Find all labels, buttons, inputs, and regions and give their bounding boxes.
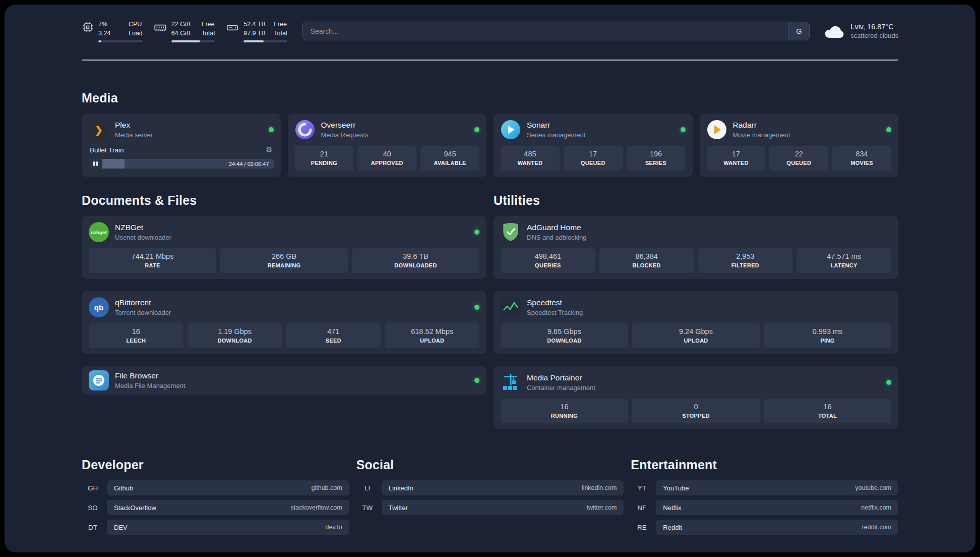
app-name: Overseerr xyxy=(321,121,369,130)
radarr-icon xyxy=(707,120,727,140)
bookmark-name: LinkedIn xyxy=(389,484,413,492)
overseerr-card[interactable]: Overseerr Media Requests 21 PENDING 40 A… xyxy=(288,114,487,177)
speedtest-card[interactable]: Speedtest Speedtest Tracking 9.65 Gbps D… xyxy=(494,291,898,354)
bookmark-name: StackOverflow xyxy=(114,504,156,512)
section-title-developer: Developer xyxy=(82,458,349,472)
radarr-card[interactable]: Radarr Movie management 17 WANTED 22 QUE… xyxy=(700,114,899,177)
portainer-card[interactable]: Media Portainer Container management 16 … xyxy=(494,366,898,429)
stat-queued: 22 QUEUED xyxy=(769,146,828,171)
sonarr-card[interactable]: Sonarr Series management 485 WANTED 17 Q… xyxy=(494,114,693,177)
app-desc: Usenet downloader xyxy=(115,234,171,241)
portainer-crane-icon xyxy=(501,372,521,393)
bookmark-url: dev.to xyxy=(326,524,342,531)
stat-filtered: 2,953 FILTERED xyxy=(698,248,793,273)
app-desc: Media server xyxy=(115,131,153,139)
stat-leech: 16 LEECH xyxy=(89,323,183,348)
section-title-documents: Documents & Files xyxy=(82,193,486,208)
bookmark-name: Github xyxy=(114,484,133,492)
now-playing-title: Bullet Train xyxy=(90,146,124,154)
search-input[interactable] xyxy=(303,22,788,40)
search-bar: G xyxy=(302,22,810,40)
stat-approved: 40 APPROVED xyxy=(357,146,416,171)
cpu-usage-value: 7% xyxy=(98,20,120,29)
bookmark-abbr: DT xyxy=(82,524,104,531)
bookmark-abbr: YT xyxy=(631,484,653,492)
cpu-load-label: Load xyxy=(129,29,143,38)
cpu-label: CPU xyxy=(129,20,143,29)
weather-location-temp: Lviv, 16.87°C xyxy=(850,23,898,31)
stat-download: 1.19 Gbps DOWNLOAD xyxy=(188,323,282,348)
status-dot xyxy=(474,378,479,383)
nzbget-card[interactable]: nzbget NZBGet Usenet downloader 744.21 M… xyxy=(82,216,486,279)
bookmark-linkedin[interactable]: LI LinkedIn linkedin.com xyxy=(356,480,624,495)
stat-queries: 498,461 QUERIES xyxy=(501,248,595,273)
app-name: qBittorrent xyxy=(115,298,171,307)
cpu-load-value: 3.24 xyxy=(98,29,120,38)
stat-remaining: 266 GB REMAINING xyxy=(220,248,348,273)
stat-wanted: 485 WANTED xyxy=(501,146,560,171)
bookmark-dev[interactable]: DT DEV dev.to xyxy=(82,520,349,535)
status-dot xyxy=(474,305,479,310)
disk-free-value: 52.4 TB xyxy=(243,20,266,29)
filebrowser-icon xyxy=(89,370,109,391)
stat-download: 9.65 Gbps DOWNLOAD xyxy=(501,323,628,348)
bookmark-stackoverflow[interactable]: SO StackOverflow stackoverflow.com xyxy=(82,500,349,515)
app-desc: Movie management xyxy=(733,131,790,139)
gear-icon[interactable]: ⚙ xyxy=(266,145,272,154)
stat-series: 196 SERIES xyxy=(627,146,686,171)
stat-running: 16 RUNNING xyxy=(501,399,628,423)
search-engine-button[interactable]: G xyxy=(788,22,809,40)
cloud-icon xyxy=(824,24,845,39)
ram-metric: 22 GiB 64 GiB Free Total xyxy=(154,20,215,42)
bookmark-reddit[interactable]: RE Reddit reddit.com xyxy=(631,520,898,535)
bookmark-netflix[interactable]: NF Netflix netflix.com xyxy=(631,500,898,515)
app-desc: Media Requests xyxy=(321,131,369,139)
filebrowser-card[interactable]: File Browser Media File Management xyxy=(82,366,486,395)
overseerr-icon xyxy=(295,120,315,140)
bookmark-url: twitter.com xyxy=(587,504,617,511)
bookmark-name: Twitter xyxy=(389,504,408,512)
status-dot xyxy=(886,380,891,385)
pause-button[interactable] xyxy=(89,159,102,169)
disk-total-label: Total xyxy=(274,29,287,38)
adguard-shield-icon xyxy=(501,222,521,242)
disk-usage-bar xyxy=(243,40,287,42)
app-name: NZBGet xyxy=(115,223,171,232)
app-desc: Torrent downloader xyxy=(115,309,171,316)
cpu-usage-bar xyxy=(98,40,143,42)
dashboard-panel: 7% 3.24 CPU Load 22 GiB xyxy=(5,5,975,552)
app-name: Radarr xyxy=(733,121,790,130)
playback-time: 24:44 / 02:06:47 xyxy=(229,161,269,167)
disk-free-label: Free xyxy=(274,20,287,29)
speedtest-waveform-icon xyxy=(501,297,521,317)
bookmark-github[interactable]: GH Github github.com xyxy=(82,480,349,495)
header-divider xyxy=(82,60,898,61)
bookmark-url: youtube.com xyxy=(855,484,891,491)
section-title-utilities: Utilities xyxy=(494,193,898,208)
app-desc: Container management xyxy=(527,384,595,392)
ram-total-value: 64 GiB xyxy=(171,29,194,38)
adguard-card[interactable]: AdGuard Home DNS and adblocking 498,461 … xyxy=(494,216,898,279)
weather-widget[interactable]: Lviv, 16.87°C scattered clouds xyxy=(824,23,898,39)
bookmark-youtube[interactable]: YT YouTube youtube.com xyxy=(631,480,898,495)
plex-card[interactable]: ❯ Plex Media server Bullet Train ⚙ 24:44… xyxy=(82,114,281,177)
bookmark-url: github.com xyxy=(312,484,342,491)
bookmark-url: linkedin.com xyxy=(582,484,617,491)
nzbget-icon: nzbget xyxy=(89,222,109,242)
bookmark-name: YouTube xyxy=(663,484,689,492)
stat-rate: 744.21 Mbps RATE xyxy=(89,248,216,273)
plex-icon: ❯ xyxy=(89,120,109,140)
qbittorrent-card[interactable]: qb qBittorrent Torrent downloader 16 LEE… xyxy=(82,291,486,354)
top-bar: 7% 3.24 CPU Load 22 GiB xyxy=(82,5,898,42)
playback-progress-bar[interactable]: 24:44 / 02:06:47 xyxy=(89,159,274,169)
bookmark-abbr: RE xyxy=(631,524,653,531)
app-name: Media Portainer xyxy=(527,373,595,382)
stat-pending: 21 PENDING xyxy=(295,146,354,171)
bookmark-abbr: GH xyxy=(82,484,104,492)
stat-upload: 9.24 Gbps UPLOAD xyxy=(632,323,760,348)
disk-total-value: 97.9 TB xyxy=(243,29,266,38)
ram-icon xyxy=(154,21,167,34)
bookmark-url: stackoverflow.com xyxy=(291,504,342,511)
stat-stopped: 0 STOPPED xyxy=(632,399,760,423)
bookmark-twitter[interactable]: TW Twitter twitter.com xyxy=(356,500,624,515)
